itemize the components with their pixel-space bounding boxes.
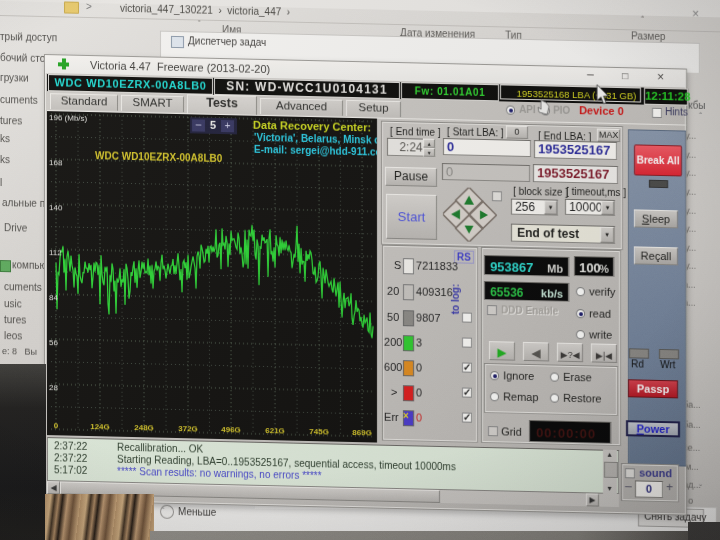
svg-text:869G: 869G xyxy=(352,428,372,437)
svg-text:496G: 496G xyxy=(221,425,241,434)
svg-text:28: 28 xyxy=(49,383,58,392)
svg-text:124G: 124G xyxy=(90,422,110,431)
svg-text:372G: 372G xyxy=(178,424,198,433)
svg-text:621G: 621G xyxy=(265,426,285,435)
svg-text:140: 140 xyxy=(49,203,63,212)
svg-text:112: 112 xyxy=(49,248,62,257)
svg-text:168: 168 xyxy=(49,158,63,167)
svg-text:0: 0 xyxy=(54,421,59,430)
svg-text:196 (Mb/s): 196 (Mb/s) xyxy=(49,113,88,123)
svg-text:248G: 248G xyxy=(134,423,154,432)
svg-text:84: 84 xyxy=(49,293,58,302)
svg-text:745G: 745G xyxy=(309,427,329,436)
svg-text:56: 56 xyxy=(49,338,58,347)
